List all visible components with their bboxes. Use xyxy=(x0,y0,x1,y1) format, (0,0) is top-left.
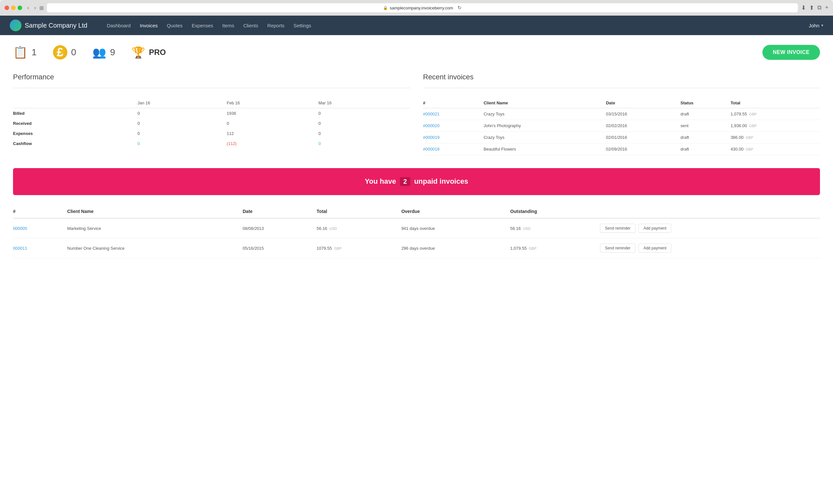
perf-billed-label: Billed xyxy=(13,108,137,119)
perf-cashflow-label: Cashflow xyxy=(13,138,137,149)
unpaid-text: You have 2 unpaid invoices xyxy=(365,177,468,185)
recent-invoice-total: 1,936.00 GBP xyxy=(731,120,820,132)
perf-cashflow-mar: 0 xyxy=(318,138,410,149)
performance-section: Performance Jan 16 Feb 16 Mar 16 Billed xyxy=(13,73,410,155)
recent-invoice-total: 386.00 GBP xyxy=(731,132,820,143)
unpaid-row-number: 000005 xyxy=(13,218,67,238)
perf-col-jan: Jan 16 xyxy=(137,98,227,108)
app-wrapper: Sample Company Ltd Dashboard Invoices Qu… xyxy=(0,16,833,504)
nav-quotes[interactable]: Quotes xyxy=(167,23,183,28)
nav-invoices[interactable]: Invoices xyxy=(140,23,158,28)
close-button[interactable] xyxy=(4,5,9,10)
browser-chrome: ‹ › ⊞ 🔒 samplecompany.invoiceberry.com ↻… xyxy=(0,0,833,16)
user-dropdown-arrow: ▾ xyxy=(821,23,823,28)
minimize-button[interactable] xyxy=(11,5,16,10)
table-row: #000019 Crazy Toys 02/01/2016 draft 386.… xyxy=(423,132,820,143)
unpaid-banner: You have 2 unpaid invoices xyxy=(13,168,820,195)
unpaid-col-number: # xyxy=(13,205,67,218)
perf-billed-jan: 0 xyxy=(137,108,227,119)
recent-col-status: Status xyxy=(681,98,731,108)
unpaid-col-outstanding: Outstanding xyxy=(510,205,600,218)
forward-button[interactable]: › xyxy=(32,4,38,11)
perf-received-jan: 0 xyxy=(137,118,227,128)
refresh-button[interactable]: ↻ xyxy=(457,5,462,11)
recent-invoice-date: 02/02/2016 xyxy=(606,120,681,132)
download-icon[interactable]: ⬇ xyxy=(801,4,806,11)
recent-invoice-status: draft xyxy=(681,108,731,120)
nav-items[interactable]: Items xyxy=(222,23,234,28)
table-row: #000021 Crazy Toys 03/15/2016 draft 1,07… xyxy=(423,108,820,120)
top-nav: Sample Company Ltd Dashboard Invoices Qu… xyxy=(0,16,833,35)
nav-reports[interactable]: Reports xyxy=(267,23,285,28)
recent-invoice-client: Beautiful Flowers xyxy=(483,143,606,155)
unpaid-row-number: 000011 xyxy=(13,238,67,258)
perf-col-mar: Mar 16 xyxy=(318,98,410,108)
table-row: 000005 Marketing Service 08/08/2013 56.1… xyxy=(13,218,820,238)
fullscreen-button[interactable] xyxy=(18,5,22,10)
table-row: Received 0 0 0 xyxy=(13,118,410,128)
recent-invoice-number: #000019 xyxy=(423,132,483,143)
recent-invoices-divider xyxy=(423,88,820,88)
unpaid-row-total: 56.16 USD xyxy=(317,218,401,238)
layout-button[interactable]: ⊞ xyxy=(39,4,44,11)
unpaid-row-client: Number One Cleaning Service xyxy=(67,238,243,258)
perf-expenses-feb: 112 xyxy=(227,128,318,138)
recent-invoice-client: Crazy Toys xyxy=(483,132,606,143)
nav-settings[interactable]: Settings xyxy=(293,23,311,28)
perf-cashflow-feb: (112) xyxy=(227,138,318,149)
perf-billed-feb: 1936 xyxy=(227,108,318,119)
invoice-count: 1 xyxy=(31,47,37,57)
perf-received-feb: 0 xyxy=(227,118,318,128)
unpaid-row-actions: Send reminder Add payment xyxy=(600,218,820,238)
recent-invoice-date: 03/15/2016 xyxy=(606,108,681,120)
recent-invoices-section: Recent invoices # Client Name Date Statu… xyxy=(423,73,820,155)
add-tab-icon[interactable]: + xyxy=(825,4,829,11)
unpaid-col-overdue: Overdue xyxy=(401,205,510,218)
send-reminder-button[interactable]: Send reminder xyxy=(600,224,636,233)
table-row: Billed 0 1936 0 xyxy=(13,108,410,119)
recent-col-total: Total xyxy=(731,98,820,108)
table-row: #000020 John's Photography 02/02/2016 se… xyxy=(423,120,820,132)
recent-invoices-table: # Client Name Date Status Total #000021 … xyxy=(423,98,820,155)
perf-expenses-jan: 0 xyxy=(137,128,227,138)
recent-invoice-client: Crazy Toys xyxy=(483,108,606,120)
stat-clients: 👥 9 xyxy=(92,46,115,59)
nav-user[interactable]: John ▾ xyxy=(809,23,823,28)
nav-dashboard[interactable]: Dashboard xyxy=(107,23,130,28)
unpaid-invoices-table: # Client Name Date Total Overdue Outstan… xyxy=(13,205,820,258)
table-row: #000018 Beautiful Flowers 02/09/2016 dra… xyxy=(423,143,820,155)
add-payment-button[interactable]: Add payment xyxy=(638,224,671,233)
back-button[interactable]: ‹ xyxy=(25,4,31,11)
recent-invoice-number: #000021 xyxy=(423,108,483,120)
address-bar[interactable]: 🔒 samplecompany.invoiceberry.com ↻ xyxy=(47,3,798,12)
performance-table: Jan 16 Feb 16 Mar 16 Billed 0 1936 0 xyxy=(13,98,410,149)
recent-invoice-total: 430.00 GBP xyxy=(731,143,820,155)
nav-clients[interactable]: Clients xyxy=(243,23,258,28)
add-payment-button[interactable]: Add payment xyxy=(638,244,671,253)
nav-expenses[interactable]: Expenses xyxy=(192,23,213,28)
tabs-icon[interactable]: ⧉ xyxy=(817,4,822,11)
recent-invoice-date: 02/01/2016 xyxy=(606,132,681,143)
unpaid-count-badge: 2 xyxy=(400,177,410,186)
perf-cashflow-jan: 0 xyxy=(137,138,227,149)
recent-invoice-number: #000018 xyxy=(423,143,483,155)
recent-invoice-client: John's Photography xyxy=(483,120,606,132)
unpaid-row-total: 1079.55 GBP xyxy=(317,238,401,258)
table-row: Expenses 0 112 0 xyxy=(13,128,410,138)
perf-billed-mar: 0 xyxy=(318,108,410,119)
brand: Sample Company Ltd xyxy=(10,20,87,31)
url-text: samplecompany.invoiceberry.com xyxy=(390,5,453,10)
nav-links: Dashboard Invoices Quotes Expenses Items… xyxy=(107,23,809,28)
clients-icon: 👥 xyxy=(92,46,106,59)
share-icon[interactable]: ⬆ xyxy=(809,4,814,11)
new-invoice-button[interactable]: NEW INVOICE xyxy=(762,45,820,60)
performance-divider xyxy=(13,88,410,88)
currency-count: 0 xyxy=(71,47,76,57)
perf-received-label: Received xyxy=(13,118,137,128)
unpaid-text-after: unpaid invoices xyxy=(414,177,468,185)
traffic-lights xyxy=(4,5,22,10)
unpaid-col-date: Date xyxy=(243,205,317,218)
perf-expenses-mar: 0 xyxy=(318,128,410,138)
recent-invoices-title: Recent invoices xyxy=(423,73,820,81)
send-reminder-button[interactable]: Send reminder xyxy=(600,244,636,253)
